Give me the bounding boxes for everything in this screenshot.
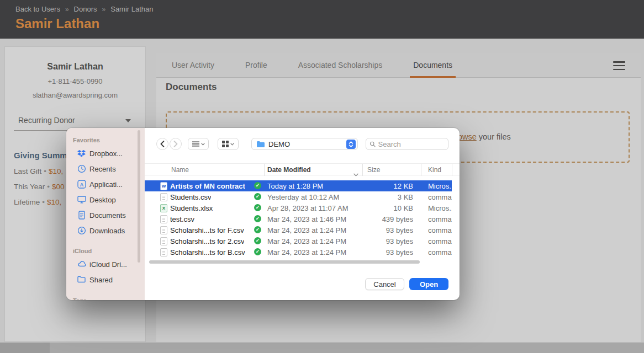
menu-icon[interactable] [613,61,625,70]
donor-email[interactable]: slathan@awardspring.com [5,91,145,99]
clock-icon [77,164,86,173]
tab-documents[interactable]: Documents [410,53,456,77]
open-button[interactable]: Open [409,278,448,290]
sidebar-item-icloud-drive[interactable]: iCloud Dri... [66,256,145,272]
view-mode-button[interactable] [188,138,209,150]
sidebar-item-dropbox[interactable]: Dropbox... [66,146,145,161]
chevron-right-icon [173,141,178,147]
chevron-down-icon [230,143,234,146]
column-name[interactable]: Name [171,164,189,176]
generic-file-icon [160,248,167,256]
generic-file-icon [160,193,167,201]
sidebar-section-favorites: Favorites [73,137,145,143]
generic-file-icon [160,215,167,223]
file-open-dialog: Favorites Dropbox... Recents A Applicati… [66,128,460,300]
column-kind[interactable]: Kind [428,164,441,176]
file-row[interactable]: Artists of MN contract✓ Today at 1:28 PM… [145,180,452,191]
sidebar-scrollbar[interactable] [138,130,140,263]
sync-check-icon: ✓ [254,226,261,233]
sidebar-item-downloads[interactable]: Downloads [66,223,145,238]
search-input[interactable] [378,140,445,148]
sidebar-section-tags: Tags [73,297,145,300]
sidebar-item-desktop[interactable]: Desktop [66,192,145,207]
documents-section-title: Documents [166,82,217,93]
folder-icon [256,141,265,148]
sync-check-icon: ✓ [254,237,261,244]
breadcrumb-donors[interactable]: Donors [74,5,97,13]
list-view-icon [192,141,199,147]
page-footer-left [0,343,50,353]
download-icon [77,226,86,235]
donor-name: Samir Lathan [5,62,145,72]
file-row[interactable]: Students.csv✓ Yesterday at 10:12 AM3 KBc… [145,191,452,202]
breadcrumb-current: Samir Lathan [110,5,153,13]
page-title: Samir Lathan [15,16,99,31]
chevron-left-icon [160,141,165,147]
column-divider [264,164,265,176]
file-row[interactable]: Scholarshi...ts for 2.csv✓ Mar 24, 2023 … [145,236,452,247]
page: Back to Users » Donors » Samir Lathan Sa… [0,0,644,353]
dialog-content: DEMO Name Date Modified Size Kind [145,128,460,300]
sidebar-item-shared[interactable]: Shared [66,272,145,287]
sync-check-icon: ✓ [254,193,261,200]
chevron-down-icon [201,143,205,146]
chevron-down-icon [125,119,131,122]
tab-bar: User Activity Profile Associated Scholar… [156,53,641,78]
generic-file-icon [160,237,167,245]
column-divider [421,164,421,176]
sync-check-icon: ✓ [254,204,261,211]
donor-phone: +1-811-455-0990 [5,77,145,85]
file-list: Artists of MN contract✓ Today at 1:28 PM… [145,176,452,258]
document-icon [77,211,86,220]
column-divider [362,164,363,176]
file-row[interactable]: test.csv✓ Mar 24, 2023 at 1:46 PM439 byt… [145,213,452,224]
tab-user-activity[interactable]: User Activity [168,53,218,77]
search-icon [369,141,376,148]
excel-file-icon [160,204,167,212]
sidebar-item-recents[interactable]: Recents [66,161,145,176]
app-header: Back to Users » Donors » Samir Lathan Sa… [0,0,644,39]
sync-check-icon: ✓ [254,182,261,189]
desktop-icon [77,195,86,204]
dropbox-icon [77,149,86,158]
horizontal-scrollbar[interactable] [149,260,420,264]
tab-profile[interactable]: Profile [242,53,271,77]
file-row[interactable]: Students.xlsx✓ Apr 28, 2023 at 11:07 AM1… [145,202,452,213]
breadcrumb-back-to-users[interactable]: Back to Users [15,5,60,13]
column-date-modified[interactable]: Date Modified [267,164,311,176]
dialog-sidebar: Favorites Dropbox... Recents A Applicati… [66,128,145,300]
sync-check-icon: ✓ [254,248,261,255]
sync-check-icon: ✓ [254,215,261,222]
breadcrumb: Back to Users » Donors » Samir Lathan [15,5,154,13]
applications-icon: A [77,180,86,189]
column-size[interactable]: Size [367,164,380,176]
cancel-button[interactable]: Cancel [365,278,404,290]
grid-icon [222,141,229,147]
cloud-icon [77,260,86,269]
forward-button[interactable] [170,138,182,150]
back-button[interactable] [156,138,168,150]
search-field[interactable] [366,138,448,150]
svg-text:A: A [80,182,83,188]
breadcrumb-separator: » [102,6,106,13]
list-column-header: Name Date Modified Size Kind [145,163,460,175]
word-file-icon [160,182,167,190]
breadcrumb-separator: » [65,6,69,13]
sidebar-item-documents[interactable]: Documents [66,207,145,223]
file-row[interactable]: Scholarshi...ts for F.csv✓ Mar 24, 2023 … [145,224,452,236]
donor-type-value: Recurring Donor [18,116,75,125]
page-footer [0,343,644,353]
dropzone-text: browse your files [451,132,511,141]
tab-associated-scholarships[interactable]: Associated Scholarships [295,53,386,77]
column-divider [452,164,452,176]
generic-file-icon [160,226,167,234]
stepper-icon[interactable] [346,140,356,149]
sidebar-section-icloud: iCloud [73,248,145,254]
shared-folder-icon [77,275,86,284]
group-by-button[interactable] [218,138,239,150]
file-row[interactable]: Scholarshi...ts for B.csv✓ Mar 24, 2023 … [145,247,452,258]
folder-select-value: DEMO [268,140,346,148]
sidebar-item-applications[interactable]: A Applicati... [66,176,145,192]
folder-select[interactable]: DEMO [251,138,358,150]
